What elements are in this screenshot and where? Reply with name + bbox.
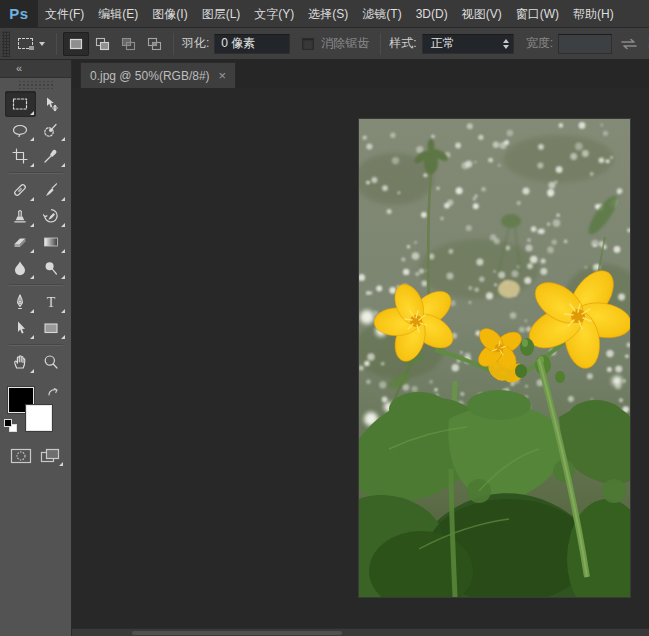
canvas-image[interactable] [359,119,630,597]
menu-select[interactable]: 选择(S) [301,0,355,27]
tool-clone-stamp[interactable] [5,203,36,229]
tool-spot-healing-brush[interactable] [5,177,36,203]
path-selection-icon [11,319,29,337]
style-select[interactable]: 正常 [422,34,514,54]
tool-zoom[interactable] [36,349,67,375]
blur-drop-icon [11,259,29,277]
subtract-from-selection-button[interactable] [115,32,141,56]
tool-eyedropper[interactable] [36,143,67,169]
swap-colors-icon[interactable] [46,385,60,399]
tool-path-selection[interactable] [5,315,36,341]
quick-mask-button[interactable] [7,445,35,467]
tool-group-separator [9,284,63,286]
document-tab[interactable]: 0.jpg @ 50%(RGB/8#) × [80,62,236,88]
tool-rectangular-marquee[interactable] [5,91,36,117]
tool-move[interactable] [36,91,67,117]
hand-icon [11,353,29,371]
panel-grip[interactable] [17,81,55,89]
type-tool-icon: T [42,293,60,311]
screen-mode-button[interactable] [36,445,64,467]
swap-width-height-icon [618,37,640,51]
tools-panel-header: « [0,60,71,78]
zoom-icon [42,353,60,371]
tool-hand[interactable] [5,349,36,375]
marquee-preset-icon [18,38,33,49]
tool-brush[interactable] [36,177,67,203]
document-tab-title: 0.jpg @ 50%(RGB/8#) [90,69,210,83]
menu-layer[interactable]: 图层(L) [195,0,248,27]
tool-preset-button[interactable] [13,35,50,52]
menu-type[interactable]: 文字(Y) [247,0,301,27]
menu-3d[interactable]: 3D(D) [409,0,455,27]
width-label: 宽度: [526,35,553,52]
separator [380,33,381,55]
add-to-selection-button[interactable] [89,32,115,56]
width-input [558,34,612,54]
svg-text:T: T [47,295,56,310]
new-selection-button[interactable] [63,32,89,56]
tool-dodge[interactable] [36,255,67,281]
new-selection-icon [68,37,84,51]
menu-bar: Ps 文件(F) 编辑(E) 图像(I) 图层(L) 文字(Y) 选择(S) 滤… [0,0,649,28]
default-colors-icon[interactable] [4,419,20,435]
tool-gradient[interactable] [36,229,67,255]
main-area: « [0,60,649,636]
tool-pen[interactable] [5,289,36,315]
color-swatches [4,385,67,437]
tool-horizontal-type[interactable]: T [36,289,67,315]
tool-history-brush[interactable] [36,203,67,229]
quick-mask-icon [9,447,33,465]
menu-edit[interactable]: 编辑(E) [91,0,145,27]
tab-bar: 0.jpg @ 50%(RGB/8#) × [72,60,649,88]
options-bar: 羽化: 0 像素 消除锯齿 样式: 正常 宽度: 高度 [0,28,649,60]
pen-icon [11,293,29,311]
menu-help[interactable]: 帮助(H) [566,0,621,27]
horizontal-scrollbar-thumb[interactable] [132,631,342,635]
separator [173,33,174,55]
menu-image[interactable]: 图像(I) [145,0,194,27]
brush-icon [42,181,60,199]
photoshop-logo: Ps [0,0,38,27]
style-label: 样式: [389,35,416,52]
rectangular-marquee-icon [11,95,29,113]
tool-lasso[interactable] [5,117,36,143]
tool-group-separator [9,172,63,174]
antialias-label: 消除锯齿 [321,35,369,52]
quick-selection-icon [42,121,60,139]
tool-crop[interactable] [5,143,36,169]
rectangle-shape-icon [42,319,60,337]
tool-blur[interactable] [5,255,36,281]
spinner-icon [503,39,509,49]
dodge-icon [42,259,60,277]
background-color-swatch[interactable] [26,405,52,431]
menu-view[interactable]: 视图(V) [455,0,509,27]
toolbar-bottom-buttons [6,445,65,467]
subtract-from-selection-icon [120,37,136,51]
menu-filter[interactable]: 滤镜(T) [355,0,408,27]
tools-panel: « [0,60,72,636]
intersect-selection-icon [146,37,162,51]
feather-label: 羽化: [182,35,209,52]
tool-eraser[interactable] [5,229,36,255]
antialias-checkbox[interactable] [302,38,314,50]
clone-stamp-icon [11,207,29,225]
separator [56,33,57,55]
tab-close-icon[interactable]: × [219,69,227,82]
options-bar-grip[interactable] [2,31,10,57]
tool-group-separator [9,344,63,346]
tool-rectangle-shape[interactable] [36,315,67,341]
style-select-value: 正常 [431,35,455,52]
add-to-selection-icon [94,37,110,51]
collapse-panel-icon[interactable]: « [16,62,22,74]
chevron-down-icon [39,42,45,46]
menu-window[interactable]: 窗口(W) [509,0,566,27]
feather-input[interactable]: 0 像素 [214,34,290,54]
crop-icon [11,147,29,165]
tool-quick-selection[interactable] [36,117,67,143]
gradient-icon [42,233,60,251]
menu-file[interactable]: 文件(F) [38,0,91,27]
eyedropper-icon [42,147,60,165]
screen-mode-icon [38,447,62,465]
eraser-icon [11,233,29,251]
intersect-selection-button[interactable] [141,32,167,56]
